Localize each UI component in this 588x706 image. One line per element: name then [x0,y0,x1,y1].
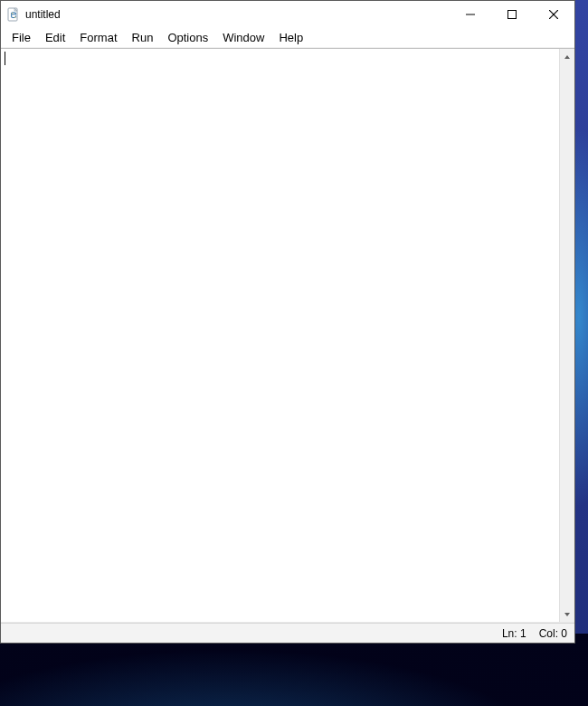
desktop-background-shadow [0,634,588,706]
menu-format[interactable]: Format [72,29,124,46]
svg-point-2 [14,17,15,18]
minimize-button[interactable] [450,1,491,28]
svg-point-1 [12,13,13,14]
title-bar[interactable]: untitled [1,1,574,28]
python-file-icon [6,7,21,22]
editor-window: untitled File Edit Format Run Options Wi… [0,0,575,644]
vertical-scrollbar[interactable] [559,49,574,622]
status-col-value: 0 [561,627,567,640]
window-title: untitled [25,8,61,21]
svg-marker-8 [564,613,570,616]
close-button[interactable] [533,1,574,28]
svg-marker-7 [564,55,570,59]
text-editor[interactable] [1,49,559,622]
menu-options[interactable]: Options [160,29,215,46]
status-col-label: Col: [539,627,558,640]
scroll-up-arrow-icon[interactable] [560,49,574,64]
menu-file[interactable]: File [5,29,38,46]
menu-help[interactable]: Help [271,29,310,46]
status-col: Col: 0 [539,627,567,640]
text-cursor [5,52,5,65]
maximize-button[interactable] [491,1,533,28]
status-line: Ln: 1 [502,627,526,640]
menu-window[interactable]: Window [215,29,271,46]
scroll-down-arrow-icon[interactable] [560,606,574,622]
status-bar: Ln: 1 Col: 0 [1,623,574,643]
status-line-value: 1 [520,627,526,640]
menu-edit[interactable]: Edit [38,29,72,46]
svg-rect-4 [508,11,517,19]
menu-run[interactable]: Run [125,29,161,46]
menu-bar: File Edit Format Run Options Window Help [1,28,574,48]
editor-area [1,48,574,623]
status-line-label: Ln: [502,627,517,640]
